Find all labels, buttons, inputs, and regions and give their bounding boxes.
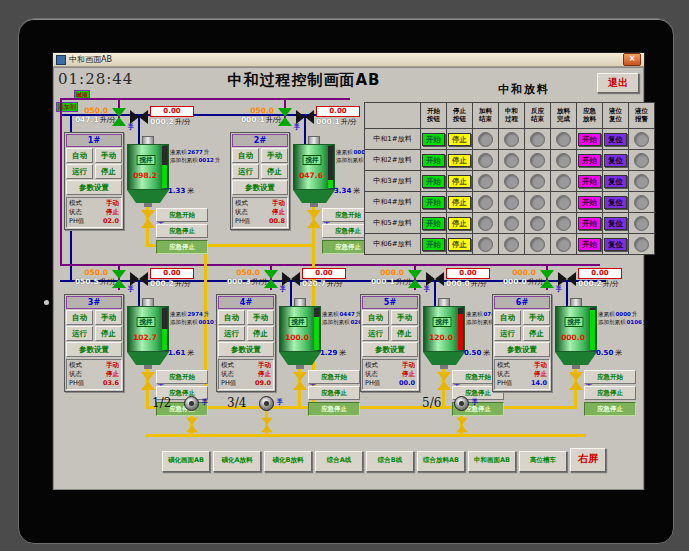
nav-neutralize-screen-ab[interactable]: 中和画面AB [468,451,516,472]
nav-sulfonation-a-discharge[interactable]: 磺化A放料 [213,451,261,472]
start-button[interactable]: 开始 [422,175,445,188]
manual-button[interactable]: 手动 [247,310,274,325]
manual-button[interactable]: 手动 [261,148,288,163]
emergency-start-button[interactable]: 应急开始 [308,370,360,384]
alkali-valve-icon[interactable] [408,270,422,288]
stop-button[interactable]: 停止 [448,217,471,230]
nav-right-screen[interactable]: 右屏 [570,448,606,472]
param-settings-button[interactable]: 参数设置 [66,180,122,195]
additive-valve-icon[interactable] [426,272,444,286]
start-button[interactable]: 开始 [422,196,445,209]
emergency-discharge-button[interactable]: 开始 [578,217,601,230]
manual-button[interactable]: 手动 [391,310,418,325]
run-button[interactable]: 运行 [232,164,259,179]
nav-composite-b-line[interactable]: 综合B线 [366,451,414,472]
level-reset-button[interactable]: 复位 [604,133,627,146]
pump-icon[interactable] [184,396,199,411]
nav-elevated-tank[interactable]: 高位槽车 [519,451,567,472]
stop-button[interactable]: 停止 [391,326,418,341]
additive-valve-icon[interactable] [558,272,576,286]
pump-icon[interactable] [259,396,274,411]
run-button[interactable]: 运行 [494,326,521,341]
stop-button[interactable]: 停止 [95,164,122,179]
stop-button[interactable]: 停止 [261,164,288,179]
emergency-start-button[interactable]: 应急开始 [156,370,208,384]
emergency-discharge-button[interactable]: 开始 [578,133,601,146]
additive-valve-icon[interactable] [282,272,300,286]
stop-button[interactable]: 停止 [448,238,471,251]
run-button[interactable]: 运行 [218,326,245,341]
auto-button[interactable]: 自动 [66,310,93,325]
emergency-discharge-button[interactable]: 开始 [578,238,601,251]
auto-button[interactable]: 自动 [66,148,93,163]
exit-button[interactable]: 退出 [597,73,639,93]
manual-button[interactable]: 手动 [523,310,550,325]
discharge-valve-icon[interactable] [307,210,321,228]
auto-button[interactable]: 自动 [494,310,521,325]
start-button[interactable]: 开始 [422,217,445,230]
additive-valve-icon[interactable] [130,272,148,286]
stop-button[interactable]: 停止 [448,196,471,209]
nav-composite-a-line[interactable]: 综合A线 [315,451,363,472]
emergency-start-button[interactable]: 应急开始 [156,208,208,222]
auto-button[interactable]: 自动 [232,148,259,163]
emergency-discharge-button[interactable]: 开始 [578,196,601,209]
auto-button[interactable]: 自动 [362,310,389,325]
emergency-stop-button[interactable]: 应急停止 [584,386,636,400]
nav-sulfonation-b-discharge[interactable]: 磺化B放料 [264,451,312,472]
emergency-stop-button[interactable]: 应急停止 [308,386,360,400]
emergency-discharge-button[interactable]: 开始 [578,175,601,188]
alkali-valve-icon[interactable] [264,270,278,288]
run-button[interactable]: 运行 [66,164,93,179]
level-reset-button[interactable]: 复位 [604,175,627,188]
stop-button[interactable]: 停止 [247,326,274,341]
stop-button[interactable]: 停止 [448,154,471,167]
param-settings-button[interactable]: 参数设置 [232,180,288,195]
alkali-valve-icon[interactable] [540,270,554,288]
discharge-valve-icon[interactable] [141,210,155,228]
nav-composite-discharge-ab[interactable]: 综合放料AB [417,451,465,472]
discharge-valve-icon[interactable] [141,372,155,390]
emergency-start-button[interactable]: 应急开始 [584,370,636,384]
alkali-valve-icon[interactable] [278,108,292,126]
alkali-valve-icon[interactable] [112,108,126,126]
emergency-stop-active[interactable]: 应急停止 [584,402,636,416]
level-reset-button[interactable]: 复位 [604,196,627,209]
param-settings-button[interactable]: 参数设置 [494,342,550,357]
pump-icon[interactable] [454,396,469,411]
emergency-discharge-button[interactable]: 开始 [578,154,601,167]
stop-button[interactable]: 停止 [95,326,122,341]
nav-sulfonation-screen-ab[interactable]: 磺化画面AB [162,451,210,472]
param-settings-button[interactable]: 参数设置 [218,342,274,357]
run-button[interactable]: 运行 [362,326,389,341]
additive-valve-icon[interactable] [130,110,148,124]
pump-valve-icon[interactable] [456,418,467,432]
stop-button[interactable]: 停止 [448,175,471,188]
start-button[interactable]: 开始 [422,133,445,146]
status-box: 模式手动 状态停止 PH值00.8 [232,197,288,228]
run-button[interactable]: 运行 [66,326,93,341]
additive-valve-icon[interactable] [296,110,314,124]
start-button[interactable]: 开始 [422,238,445,251]
alkali-valve-icon[interactable] [112,270,126,288]
start-button[interactable]: 开始 [422,154,445,167]
discharge-valve-icon[interactable] [293,372,307,390]
level-reset-button[interactable]: 复位 [604,154,627,167]
manual-button[interactable]: 手动 [95,148,122,163]
emergency-stop-active[interactable]: 应急停止 [308,402,360,416]
stop-button[interactable]: 停止 [523,326,550,341]
param-settings-button[interactable]: 参数设置 [66,342,122,357]
discharge-valve-icon[interactable] [437,372,451,390]
pump-valve-icon[interactable] [186,418,197,432]
emergency-stop-button[interactable]: 应急停止 [156,224,208,238]
manual-button[interactable]: 手动 [95,310,122,325]
param-settings-button[interactable]: 参数设置 [362,342,418,357]
level-reset-button[interactable]: 复位 [604,217,627,230]
close-icon[interactable]: × [623,53,641,66]
emergency-stop-active[interactable]: 应急停止 [156,240,208,254]
stop-button[interactable]: 停止 [448,133,471,146]
level-reset-button[interactable]: 复位 [604,238,627,251]
auto-button[interactable]: 自动 [218,310,245,325]
discharge-valve-icon[interactable] [569,372,583,390]
pump-valve-icon[interactable] [261,418,272,432]
